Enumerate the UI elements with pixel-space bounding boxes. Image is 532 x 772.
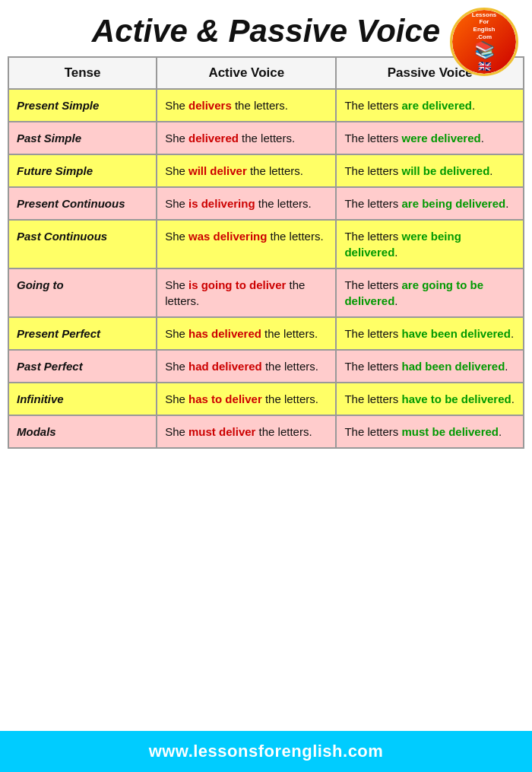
passive-cell: The letters have been delivered. [336, 317, 524, 350]
passive-cell: The letters had been delivered. [336, 350, 524, 383]
tense-cell: Present Perfect [8, 317, 157, 350]
active-cell: She delivers the letters. [157, 89, 336, 122]
col-active: Active Voice [157, 57, 336, 89]
passive-cell: The letters were delivered. [336, 122, 524, 154]
page-footer: www.lessonsforenglish.com [0, 731, 532, 772]
tense-cell: Past Simple [8, 122, 157, 154]
logo: LessonsForEnglish.Com 📚 🇬🇧 [450, 8, 518, 76]
passive-cell: The letters are delivered. [336, 89, 524, 122]
col-tense: Tense [8, 57, 157, 89]
page-header: Active & Passive Voice LessonsForEnglish… [0, 0, 532, 56]
logo-flag-icon: 🇬🇧 [478, 60, 491, 72]
table-container: Tense Active Voice Passive Voice Present… [0, 56, 532, 731]
active-cell: She has delivered the letters. [157, 317, 336, 350]
table-row: Present SimpleShe delivers the letters.T… [8, 89, 524, 122]
active-cell: She must deliver the letters. [157, 415, 336, 448]
active-cell: She delivered the letters. [157, 122, 336, 154]
table-row: Future SimpleShe will deliver the letter… [8, 154, 524, 187]
table-row: InfinitiveShe has to deliver the letters… [8, 383, 524, 415]
tense-cell: Past Continuous [8, 220, 157, 268]
tense-cell: Infinitive [8, 383, 157, 415]
table-header-row: Tense Active Voice Passive Voice [8, 57, 524, 89]
table-row: Present ContinuousShe is delivering the … [8, 187, 524, 220]
tense-cell: Present Simple [8, 89, 157, 122]
table-row: Past PerfectShe had delivered the letter… [8, 350, 524, 383]
tense-cell: Future Simple [8, 154, 157, 187]
active-cell: She is delivering the letters. [157, 187, 336, 220]
passive-cell: The letters are being delivered. [336, 187, 524, 220]
logo-book-icon: 📚 [474, 40, 495, 60]
active-cell: She had delivered the letters. [157, 350, 336, 383]
passive-cell: The letters are going to be delivered. [336, 268, 524, 317]
table-row: ModalsShe must deliver the letters.The l… [8, 415, 524, 448]
tense-cell: Going to [8, 268, 157, 317]
active-cell: She is going to deliver the letters. [157, 268, 336, 317]
active-cell: She will deliver the letters. [157, 154, 336, 187]
table-row: Past SimpleShe delivered the letters.The… [8, 122, 524, 154]
tense-cell: Present Continuous [8, 187, 157, 220]
active-cell: She has to deliver the letters. [157, 383, 336, 415]
passive-cell: The letters will be delivered. [336, 154, 524, 187]
tense-cell: Past Perfect [8, 350, 157, 383]
grammar-table: Tense Active Voice Passive Voice Present… [8, 56, 524, 449]
passive-cell: The letters have to be delivered. [336, 383, 524, 415]
passive-cell: The letters were being delivered. [336, 220, 524, 268]
tense-cell: Modals [8, 415, 157, 448]
passive-cell: The letters must be delivered. [336, 415, 524, 448]
table-row: Past ContinuousShe was delivering the le… [8, 220, 524, 268]
active-cell: She was delivering the letters. [157, 220, 336, 268]
page-title: Active & Passive Voice [8, 14, 524, 49]
footer-url: www.lessonsforenglish.com [149, 742, 384, 761]
table-row: Present PerfectShe has delivered the let… [8, 317, 524, 350]
logo-text: LessonsForEnglish.Com [469, 11, 499, 40]
table-row: Going toShe is going to deliver the lett… [8, 268, 524, 317]
